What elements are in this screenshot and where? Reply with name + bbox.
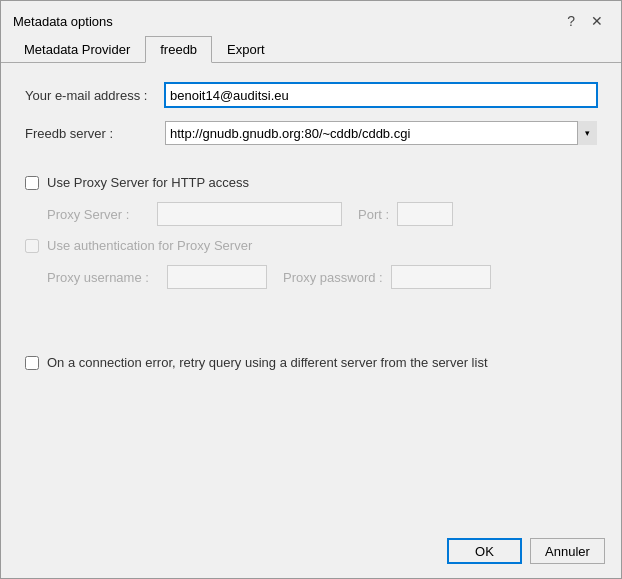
cancel-button[interactable]: Annuler <box>530 538 605 564</box>
close-button[interactable]: ✕ <box>585 12 609 30</box>
use-auth-checkbox[interactable] <box>25 239 39 253</box>
proxy-username-input[interactable] <box>167 265 267 289</box>
use-proxy-checkbox[interactable] <box>25 176 39 190</box>
tab-freedb[interactable]: freedb <box>145 36 212 63</box>
ok-button[interactable]: OK <box>447 538 522 564</box>
use-auth-label[interactable]: Use authentication for Proxy Server <box>47 238 252 253</box>
use-proxy-row: Use Proxy Server for HTTP access <box>25 175 597 190</box>
proxy-password-input[interactable] <box>391 265 491 289</box>
server-combo-wrapper: http://gnudb.gnudb.org:80/~cddb/cddb.cgi… <box>165 121 597 145</box>
email-row: Your e-mail address : <box>25 83 597 107</box>
email-input[interactable] <box>165 83 597 107</box>
server-label: Freedb server : <box>25 126 165 141</box>
tab-metadata-provider[interactable]: Metadata Provider <box>9 36 145 63</box>
dialog-window: Metadata options ? ✕ Metadata Provider f… <box>0 0 622 579</box>
server-row: Freedb server : http://gnudb.gnudb.org:8… <box>25 121 597 145</box>
server-select[interactable]: http://gnudb.gnudb.org:80/~cddb/cddb.cgi <box>165 121 597 145</box>
proxy-server-label: Proxy Server : <box>47 207 157 222</box>
proxy-password-label: Proxy password : <box>283 270 383 285</box>
use-auth-row: Use authentication for Proxy Server <box>25 238 597 253</box>
tab-export[interactable]: Export <box>212 36 280 63</box>
title-bar: Metadata options ? ✕ <box>1 1 621 33</box>
port-label: Port : <box>358 207 389 222</box>
tabs-bar: Metadata Provider freedb Export <box>1 35 621 63</box>
use-proxy-label[interactable]: Use Proxy Server for HTTP access <box>47 175 249 190</box>
email-input-wrapper <box>165 83 597 107</box>
tab-content: Your e-mail address : Freedb server : ht… <box>1 63 621 528</box>
title-bar-controls: ? ✕ <box>561 12 609 30</box>
connection-error-row: On a connection error, retry query using… <box>25 355 597 370</box>
connection-error-label[interactable]: On a connection error, retry query using… <box>47 355 488 370</box>
dialog-title: Metadata options <box>13 14 113 29</box>
port-input[interactable] <box>397 202 453 226</box>
proxy-username-label: Proxy username : <box>47 270 167 285</box>
auth-fields-row: Proxy username : Proxy password : <box>25 265 597 289</box>
proxy-server-input[interactable] <box>157 202 342 226</box>
proxy-server-row: Proxy Server : Port : <box>25 202 597 226</box>
dialog-footer: OK Annuler <box>1 528 621 578</box>
connection-error-checkbox[interactable] <box>25 356 39 370</box>
help-button[interactable]: ? <box>561 12 581 30</box>
email-label: Your e-mail address : <box>25 88 165 103</box>
